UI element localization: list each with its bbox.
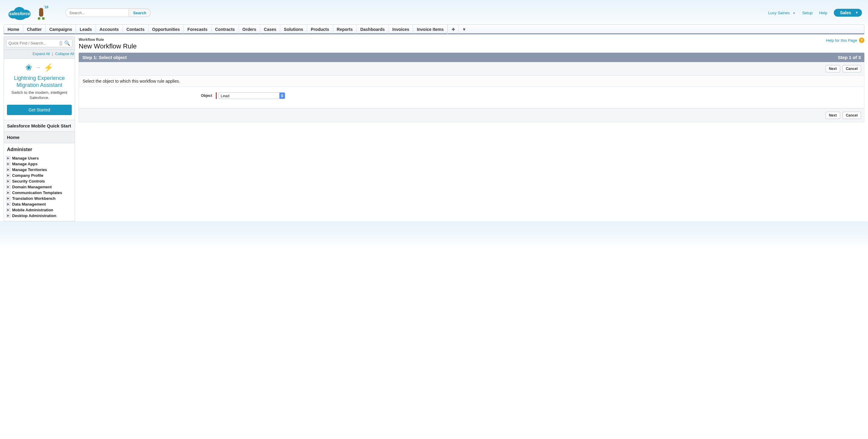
tab-forecasts[interactable]: Forecasts <box>184 25 211 34</box>
tab-leads[interactable]: Leads <box>76 25 96 34</box>
cloud-icon: salesforce <box>6 4 33 22</box>
help-link[interactable]: Help <box>819 10 828 15</box>
required-indicator <box>216 92 217 99</box>
search-button[interactable]: Search <box>129 8 151 17</box>
help-for-page-link[interactable]: Help for this Page ? <box>826 37 864 43</box>
info-icon[interactable]: i <box>59 40 62 46</box>
setup-link[interactable]: Setup <box>802 10 813 15</box>
expand-icon[interactable]: ▶ <box>6 168 10 172</box>
expand-icon[interactable]: ▶ <box>6 174 10 177</box>
tab-reports[interactable]: Reports <box>333 25 357 34</box>
step-instruction: Select the object to which this workflow… <box>79 76 864 87</box>
main-content: Workflow Rule New Workflow Rule Help for… <box>79 36 864 221</box>
username-label: Lucy Saines <box>768 10 789 15</box>
page-eyebrow: Workflow Rule <box>79 37 137 42</box>
release-year-badge: '18 <box>44 5 49 9</box>
svg-point-6 <box>39 8 43 12</box>
search-icon[interactable]: 🔍 <box>64 40 70 46</box>
tab-cases[interactable]: Cases <box>260 25 280 34</box>
expand-icon[interactable]: ▶ <box>6 197 10 200</box>
tree-item-company-profile[interactable]: ▶Company Profile <box>5 173 73 178</box>
step-title: Step 1: Select object <box>82 55 127 60</box>
tab-orders[interactable]: Orders <box>239 25 260 34</box>
tab-contracts[interactable]: Contracts <box>212 25 239 34</box>
svg-rect-7 <box>38 17 40 20</box>
sidebar-home[interactable]: Home <box>4 132 75 143</box>
next-button[interactable]: Next <box>826 65 840 72</box>
tab-chatter[interactable]: Chatter <box>23 25 46 34</box>
expand-icon[interactable]: ▶ <box>6 162 10 166</box>
lex-title: Lightning Experience Migration Assistant <box>7 75 72 88</box>
administer-tree: ▶Manage Users ▶Manage Apps ▶Manage Terri… <box>4 154 75 221</box>
lex-migration-card: ❀ → ⚡ Lightning Experience Migration Ass… <box>4 59 75 120</box>
app-switcher[interactable]: Sales <box>834 9 862 17</box>
tab-accounts[interactable]: Accounts <box>96 25 123 34</box>
tab-solutions[interactable]: Solutions <box>280 25 307 34</box>
expand-icon[interactable]: ▶ <box>6 208 10 212</box>
arrow-right-icon: → <box>35 64 40 71</box>
expand-icon[interactable]: ▶ <box>6 202 10 206</box>
cancel-button[interactable]: Cancel <box>843 65 861 72</box>
lex-subtitle: Switch to the modern, intelligent Salesf… <box>7 90 72 100</box>
tree-item-manage-territories[interactable]: ▶Manage Territories <box>5 167 73 173</box>
lex-icons: ❀ → ⚡ <box>7 63 72 72</box>
app-name-label: Sales <box>840 10 851 15</box>
expand-icon[interactable]: ▶ <box>6 185 10 189</box>
next-button-bottom[interactable]: Next <box>826 112 840 119</box>
sidebar-tree-controls: Expand All | Collapse All <box>4 50 75 59</box>
page-header: Workflow Rule New Workflow Rule Help for… <box>79 36 864 53</box>
expand-icon[interactable]: ▶ <box>6 156 10 160</box>
tree-item-security-controls[interactable]: ▶Security Controls <box>5 178 73 184</box>
setup-sidebar: i 🔍 Expand All | Collapse All ❀ → ⚡ Ligh… <box>4 36 75 221</box>
button-row-top: Next Cancel <box>79 62 864 76</box>
caret-down-icon: ▼ <box>793 11 796 15</box>
svg-text:salesforce: salesforce <box>9 11 30 16</box>
svg-rect-8 <box>42 17 44 20</box>
global-search: Search <box>65 8 151 17</box>
step-progress: Step 1 of 3 <box>838 55 861 60</box>
tree-item-translation-workbench[interactable]: ▶Translation Workbench <box>5 196 73 201</box>
page-title: New Workflow Rule <box>79 42 137 50</box>
tree-item-mobile-administration[interactable]: ▶Mobile Administration <box>5 207 73 213</box>
expand-all-link[interactable]: Expand All <box>33 52 50 56</box>
help-for-page-label: Help for this Page <box>826 38 857 43</box>
expand-icon[interactable]: ▶ <box>6 214 10 218</box>
expand-icon[interactable]: ▶ <box>6 191 10 195</box>
tabbar: Home Chatter Campaigns Leads Accounts Co… <box>4 24 864 34</box>
header-right: Lucy Saines ▼ Setup Help Sales <box>768 9 862 17</box>
sidebar-search-box: i 🔍 <box>4 36 75 50</box>
tab-invoice-items[interactable]: Invoice Items <box>413 25 447 34</box>
help-icon: ? <box>859 37 864 43</box>
search-input[interactable] <box>65 8 129 17</box>
tree-item-domain-management[interactable]: ▶Domain Management <box>5 184 73 190</box>
tree-item-communication-templates[interactable]: ▶Communication Templates <box>5 190 73 196</box>
expand-icon[interactable]: ▶ <box>6 179 10 183</box>
global-header: salesforce '18 Search Lucy Saines ▼ Setu… <box>0 0 868 24</box>
tab-opportunities[interactable]: Opportunities <box>149 25 184 34</box>
add-tab-button[interactable]: ✚ <box>447 25 459 34</box>
form-area: Object Lead <box>79 87 864 108</box>
get-started-button[interactable]: Get Started <box>7 105 72 115</box>
collapse-all-link[interactable]: Collapse All <box>55 52 74 56</box>
tab-invoices[interactable]: Invoices <box>389 25 413 34</box>
tree-item-desktop-administration[interactable]: ▶Desktop Administration <box>5 213 73 218</box>
object-select[interactable]: Lead <box>218 92 285 99</box>
cancel-button-bottom[interactable]: Cancel <box>843 112 861 119</box>
tab-campaigns[interactable]: Campaigns <box>46 25 76 34</box>
flower-icon: ❀ <box>25 63 32 72</box>
lightning-icon: ⚡ <box>43 63 53 72</box>
sidebar-mobile-quick-start[interactable]: Salesforce Mobile Quick Start <box>4 120 75 132</box>
tree-item-manage-users[interactable]: ▶Manage Users <box>5 155 73 161</box>
tab-products[interactable]: Products <box>307 25 333 34</box>
salesforce-logo[interactable]: salesforce <box>6 4 33 22</box>
tab-overflow-button[interactable]: ▼ <box>459 25 469 34</box>
button-row-bottom: Next Cancel <box>79 108 864 122</box>
user-menu[interactable]: Lucy Saines ▼ <box>768 10 795 15</box>
tab-contacts[interactable]: Contacts <box>123 25 149 34</box>
tab-dashboards[interactable]: Dashboards <box>356 25 389 34</box>
mascot-icon: '18 <box>35 5 47 20</box>
quick-find-input[interactable] <box>8 41 59 46</box>
tab-home[interactable]: Home <box>4 25 23 34</box>
tree-item-manage-apps[interactable]: ▶Manage Apps <box>5 161 73 167</box>
tree-item-data-management[interactable]: ▶Data Management <box>5 201 73 207</box>
